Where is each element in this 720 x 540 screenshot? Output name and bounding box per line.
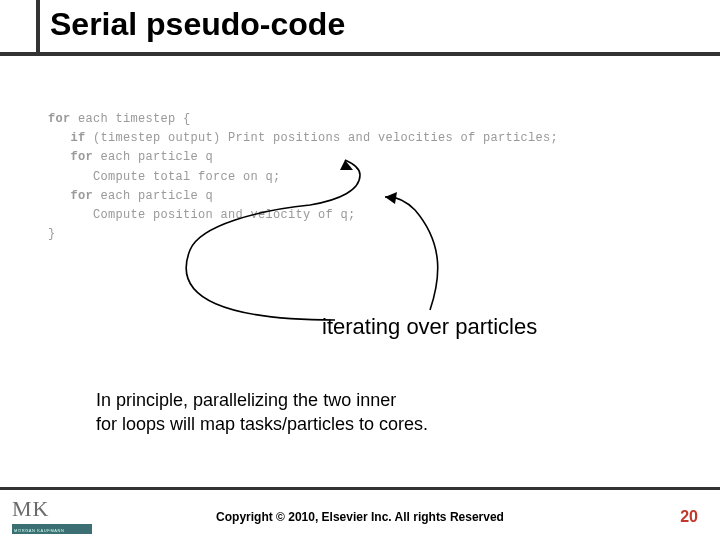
copyright-text: Copyright © 2010, Elsevier Inc. All righ… <box>0 510 720 524</box>
code-l1: each timestep { <box>71 112 191 126</box>
slide: Serial pseudo-code for each timestep { i… <box>0 0 720 540</box>
kw-if: if <box>71 131 86 145</box>
pseudo-code-block: for each timestep { if (timestep output)… <box>48 110 558 244</box>
title-rule-horizontal <box>0 52 720 56</box>
principle-line1: In principle, parallelizing the two inne… <box>96 388 428 412</box>
kw-for-outer: for <box>48 112 71 126</box>
logo-subtext: MORGAN KAUFMANN <box>14 528 65 533</box>
title-rule-vertical <box>36 0 40 52</box>
code-l4: Compute total force on q; <box>93 170 281 184</box>
kw-for-inner1: for <box>71 150 94 164</box>
annotation-arrows <box>0 0 720 540</box>
code-l5: each particle q <box>93 189 213 203</box>
principle-line2: for loops will map tasks/particles to co… <box>96 412 428 436</box>
logo-bar: MORGAN KAUFMANN <box>12 524 92 534</box>
title-region: Serial pseudo-code <box>0 0 720 66</box>
annotation-caption: iterating over particles <box>322 314 537 340</box>
principle-text: In principle, parallelizing the two inne… <box>96 388 428 437</box>
code-l6: Compute position and velocity of q; <box>93 208 356 222</box>
code-l7: } <box>48 227 56 241</box>
kw-for-inner2: for <box>71 189 94 203</box>
footer-rule <box>0 487 720 490</box>
page-title: Serial pseudo-code <box>50 6 345 43</box>
page-number: 20 <box>680 508 698 526</box>
code-l2: (timestep output) Print positions and ve… <box>86 131 559 145</box>
code-l3: each particle q <box>93 150 213 164</box>
